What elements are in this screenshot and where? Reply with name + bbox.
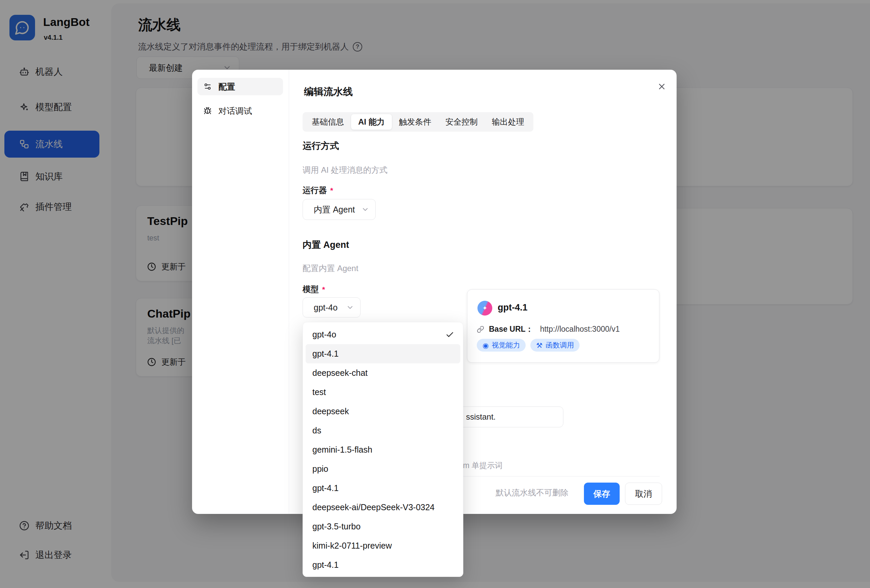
option-label: kimi-k2-0711-preview [312,541,392,551]
close-icon[interactable] [656,81,667,92]
agent-desc: 配置内置 Agent [302,263,358,274]
dropdown-option-gemini-1.5-flash[interactable]: gemini-1.5-flash [303,440,463,459]
save-button[interactable]: 保存 [584,483,620,505]
modal-nav-debug[interactable]: 对话调试 [197,102,283,120]
dropdown-option-test[interactable]: test [303,383,463,402]
dropdown-option-deepseek-v3[interactable]: deepseek-ai/DeepSeek-V3-0324 [303,498,463,517]
option-label: deepseek-ai/DeepSeek-V3-0324 [312,502,435,512]
model-label: 模型* [302,284,325,295]
model-select-dropdown: gpt-4o gpt-4.1 deepseek-chat test deepse… [302,322,463,577]
vision-eye-icon: ◉ [483,342,489,349]
base-url-label: Base URL： [489,324,533,334]
required-asterisk: * [322,285,325,294]
function-tools-icon: ⚒ [536,342,542,349]
runner-select-value: 内置 Agent [314,204,355,215]
model-capability-badges: ◉ 视觉能力 ⚒ 函数调用 [477,339,580,352]
required-asterisk: * [330,186,333,195]
option-label: gpt-4.1 [312,560,339,570]
dropdown-option-gpt-4.1[interactable]: gpt-4.1 [305,344,460,363]
modal-nav-label: 对话调试 [218,105,252,117]
base-url-value: http://localhost:3000/v1 [540,325,620,334]
base-url-row: Base URL： http://localhost:3000/v1 [477,324,620,334]
model-provider-logo-icon: ✦ [477,301,492,316]
cancel-button[interactable]: 取消 [625,483,662,505]
dropdown-option-gpt-4o[interactable]: gpt-4o [303,325,463,344]
dropdown-option-gpt-4.1-3[interactable]: gpt-4.1 [303,555,463,575]
modal-title: 编辑流水线 [304,85,353,99]
prompt-input[interactable]: ssistant. [448,407,563,428]
option-label: deepseek-chat [312,368,368,378]
modal-nav-config[interactable]: 配置 [197,78,283,95]
model-name: gpt-4.1 [498,303,528,313]
vision-capability-badge: ◉ 视觉能力 [477,339,526,352]
runner-label-text: 运行器 [302,186,327,195]
sliders-icon [204,83,212,91]
dropdown-option-deepseek[interactable]: deepseek [303,402,463,421]
tab-trigger-conditions[interactable]: 触发条件 [392,114,438,130]
runner-label: 运行器* [302,185,333,196]
runner-select[interactable]: 内置 Agent [302,199,376,220]
prompt-hint-fragment: m 单提示词 [463,460,503,471]
bug-icon [204,107,212,115]
option-label: test [312,387,326,397]
badge-label: 视觉能力 [492,340,520,350]
chevron-down-icon [346,303,354,312]
dropdown-option-gpt-3.5-turbo[interactable]: gpt-3.5-turbo [303,517,463,536]
option-label: gemini-1.5-flash [312,445,372,454]
dropdown-option-ppio[interactable]: ppio [303,459,463,478]
option-label: gpt-4o [312,330,336,340]
run-mode-desc: 调用 AI 处理消息的方式 [302,165,387,175]
tab-ai-capability[interactable]: AI 能力 [351,114,392,130]
agent-heading: 内置 Agent [302,239,349,251]
dropdown-option-deepseek-chat[interactable]: deepseek-chat [303,363,463,383]
modal-tabs: 基础信息 AI 能力 触发条件 安全控制 输出处理 [302,112,533,132]
dropdown-option-ds[interactable]: ds [303,421,463,440]
tab-safety-control[interactable]: 安全控制 [438,114,485,130]
function-call-badge: ⚒ 函数调用 [530,339,580,352]
dropdown-option-gpt-4.1-2[interactable]: gpt-4.1 [303,478,463,498]
model-select-value: gpt-4o [314,303,338,313]
model-label-text: 模型 [302,285,319,294]
option-label: deepseek [312,407,349,416]
footer-note: 默认流水线不可删除 [496,487,568,498]
badge-label: 函数调用 [545,340,574,350]
option-label: gpt-4.1 [312,483,339,493]
tab-output-processing[interactable]: 输出处理 [485,114,531,130]
modal-nav-label: 配置 [218,81,235,92]
selected-check-icon [445,330,454,339]
model-select[interactable]: gpt-4o [302,297,361,318]
chevron-down-icon [361,205,369,214]
option-label: gpt-3.5-turbo [312,522,361,532]
app-screen: LangBot v4.1.1 机器人 模型配置 [0,0,870,588]
link-icon [477,326,484,333]
run-mode-heading: 运行方式 [302,140,339,152]
dropdown-option-kimi-k2[interactable]: kimi-k2-0711-preview [303,536,463,555]
option-label: ppio [312,464,328,474]
modal-left-divider [289,70,289,514]
option-label: ds [312,426,321,435]
prompt-input-visible-text: ssistant. [466,412,496,422]
tab-basic-info[interactable]: 基础信息 [305,114,351,130]
option-label: gpt-4.1 [312,349,339,359]
model-info-card: ✦ gpt-4.1 Base URL： http://localhost:300… [467,289,659,363]
